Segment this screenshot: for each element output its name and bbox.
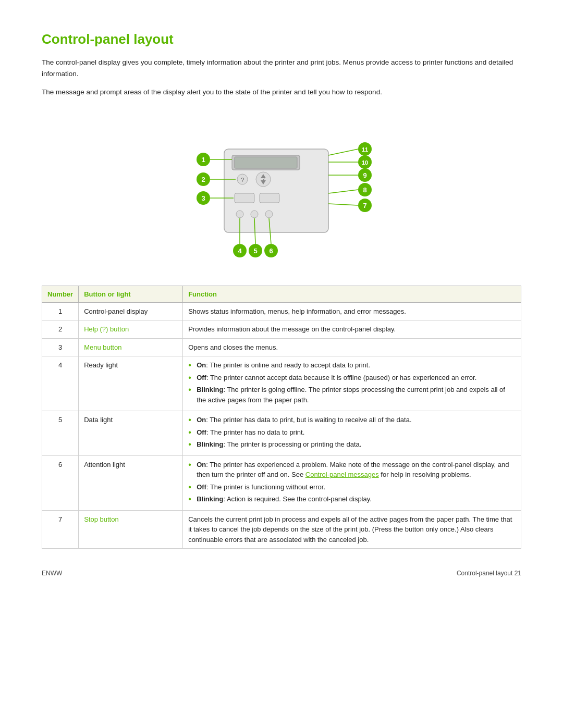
row-function: On: The printer is online and ready to a… — [183, 356, 521, 411]
intro-paragraph-1: The control-panel display gives you comp… — [42, 57, 521, 79]
svg-text:5: 5 — [253, 247, 257, 255]
intro-paragraph-2: The message and prompt areas of the disp… — [42, 87, 521, 98]
svg-text:8: 8 — [363, 186, 366, 194]
row-number: 7 — [42, 510, 79, 549]
row-number: 6 — [42, 455, 79, 510]
svg-rect-2 — [235, 157, 297, 168]
svg-text:7: 7 — [363, 202, 366, 209]
control-panel-table: Number Button or light Function 1Control… — [42, 286, 521, 549]
col-number: Number — [42, 286, 79, 302]
row-button: Attention light — [79, 455, 183, 510]
svg-point-12 — [251, 211, 258, 218]
table-row: 2Help (?) buttonProvides information abo… — [42, 320, 521, 339]
row-function: On: The printer has experienced a proble… — [183, 455, 521, 510]
row-button: Control-panel display — [79, 302, 183, 320]
svg-text:10: 10 — [362, 159, 368, 166]
svg-text:2: 2 — [201, 176, 205, 183]
row-function: Opens and closes the menus. — [183, 338, 521, 356]
svg-text:4: 4 — [238, 247, 242, 255]
page-footer: ENWW Control-panel layout 21 — [42, 570, 521, 577]
svg-line-34 — [328, 149, 358, 155]
row-button: Menu button — [79, 338, 183, 356]
row-function: Cancels the current print job in process… — [183, 510, 521, 549]
table-row: 5Data lightOn: The printer has data to p… — [42, 411, 521, 456]
table-row: 7Stop buttonCancels the current print jo… — [42, 510, 521, 549]
svg-text:1: 1 — [201, 156, 205, 164]
svg-text:3: 3 — [201, 194, 205, 202]
row-button: Data light — [79, 411, 183, 456]
row-button: Help (?) button — [79, 320, 183, 339]
row-number: 4 — [42, 356, 79, 411]
svg-point-11 — [236, 211, 243, 218]
table-row: 3Menu buttonOpens and closes the menus. — [42, 338, 521, 356]
row-number: 1 — [42, 302, 79, 320]
svg-text:?: ? — [241, 177, 244, 183]
footer-left: ENWW — [42, 570, 62, 577]
svg-point-13 — [265, 211, 273, 218]
row-function: Shows status information, menus, help in… — [183, 302, 521, 320]
row-number: 5 — [42, 411, 79, 456]
row-button: Stop button — [79, 510, 183, 549]
row-button: Ready light — [79, 356, 183, 411]
svg-line-46 — [328, 204, 358, 205]
row-function: Provides information about the message o… — [183, 320, 521, 339]
page-title: Control-panel layout — [42, 31, 521, 47]
svg-rect-10 — [260, 193, 279, 203]
table-row: 1Control-panel displayShows status infor… — [42, 302, 521, 320]
row-number: 2 — [42, 320, 79, 339]
col-function: Function — [183, 286, 521, 302]
footer-right: Control-panel layout 21 — [457, 570, 521, 577]
svg-rect-9 — [235, 193, 254, 203]
control-panel-diagram: ? ✓ 1 2 3 4 5 — [42, 113, 521, 269]
svg-text:6: 6 — [269, 247, 273, 255]
svg-text:9: 9 — [363, 171, 366, 179]
svg-text:11: 11 — [362, 146, 368, 153]
table-row: 4Ready lightOn: The printer is online an… — [42, 356, 521, 411]
svg-line-43 — [328, 190, 358, 193]
col-button: Button or light — [79, 286, 183, 302]
row-number: 3 — [42, 338, 79, 356]
row-function: On: The printer has data to print, but i… — [183, 411, 521, 456]
table-row: 6Attention lightOn: The printer has expe… — [42, 455, 521, 510]
